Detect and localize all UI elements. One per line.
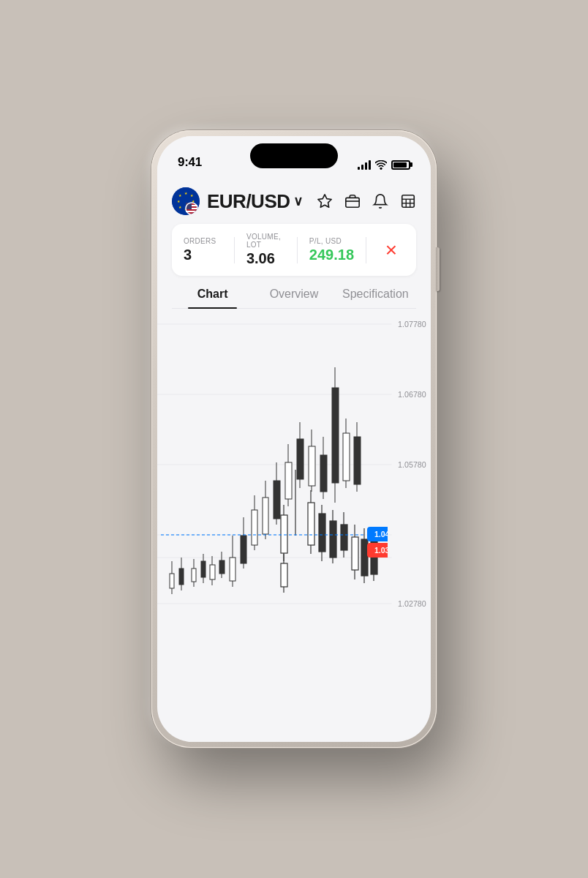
header: ★ ★ ★ ★ ★ ★ ★ ★ — [172, 176, 416, 224]
header-action-icons — [317, 193, 416, 209]
svg-rect-49 — [252, 510, 257, 545]
svg-rect-45 — [230, 558, 235, 581]
star-icon[interactable] — [317, 193, 333, 209]
svg-rect-35 — [179, 569, 184, 585]
status-time: 9:41 — [178, 155, 202, 170]
pl-stat: P/L, USD 249.18 — [309, 237, 354, 263]
chart-area: 1.07780 1.06780 1.05780 1.02780 — [157, 309, 431, 616]
svg-rect-57 — [297, 439, 304, 479]
orders-stat: ORDERS 3 — [184, 237, 222, 263]
tab-overview[interactable]: Overview — [253, 288, 334, 308]
phone-frame: 9:41 — [151, 130, 437, 748]
stat-divider-2 — [297, 237, 298, 263]
close-icon: × — [385, 240, 397, 260]
stat-divider-3 — [366, 237, 366, 263]
svg-rect-61 — [320, 455, 327, 492]
currency-pair-title: EUR/USD — [207, 190, 290, 213]
status-icons — [358, 160, 410, 170]
bell-icon[interactable] — [372, 193, 388, 209]
stats-bar: ORDERS 3 VOLUME, LOT 3.06 P/L, USD 249.1… — [172, 224, 416, 276]
currency-selector[interactable]: ★ ★ ★ ★ ★ ★ ★ ★ — [172, 187, 303, 215]
orders-label: ORDERS — [184, 237, 222, 245]
svg-rect-76 — [341, 525, 347, 550]
tab-specification[interactable]: Specification — [335, 288, 416, 308]
calculator-icon[interactable] — [400, 193, 416, 209]
svg-rect-39 — [201, 561, 206, 577]
dynamic-island — [250, 143, 338, 168]
pl-value: 249.18 — [309, 247, 354, 263]
svg-rect-72 — [319, 514, 325, 552]
volume-value: 3.06 — [246, 250, 285, 267]
tab-bar: Chart Overview Specification — [172, 276, 416, 309]
tab-chart[interactable]: Chart — [172, 288, 253, 308]
svg-rect-55 — [285, 462, 292, 499]
close-button[interactable]: × — [378, 237, 404, 263]
svg-rect-70 — [308, 503, 314, 545]
svg-text:1.07780: 1.07780 — [398, 320, 426, 329]
flag-icon: ★ ★ ★ ★ ★ ★ ★ ★ — [172, 187, 200, 215]
pl-label: P/L, USD — [309, 237, 354, 245]
stat-divider-1 — [234, 237, 235, 263]
svg-text:1.02780: 1.02780 — [398, 600, 426, 608]
svg-rect-51 — [263, 498, 268, 534]
svg-rect-33 — [170, 574, 174, 588]
wifi-icon — [375, 160, 387, 170]
battery-icon — [391, 160, 410, 170]
svg-text:1.06780: 1.06780 — [398, 391, 426, 399]
svg-rect-15 — [346, 198, 359, 207]
svg-text:1.05780: 1.05780 — [398, 461, 426, 469]
candle-group — [170, 367, 377, 594]
svg-rect-63 — [332, 388, 339, 483]
svg-rect-67 — [354, 437, 361, 484]
svg-rect-65 — [343, 433, 350, 481]
briefcase-icon[interactable] — [344, 193, 361, 209]
svg-text:1.03780: 1.03780 — [374, 546, 388, 555]
svg-rect-82 — [361, 539, 368, 576]
svg-rect-41 — [210, 565, 215, 579]
svg-rect-86 — [281, 563, 287, 587]
svg-rect-43 — [219, 560, 225, 574]
svg-text:1.04780: 1.04780 — [374, 530, 388, 539]
status-bar: 9:41 — [157, 136, 431, 176]
volume-label: VOLUME, LOT — [246, 233, 285, 249]
svg-rect-80 — [352, 537, 358, 570]
app-content: ★ ★ ★ ★ ★ ★ ★ ★ — [157, 176, 431, 616]
volume-stat: VOLUME, LOT 3.06 — [246, 233, 285, 267]
svg-rect-59 — [309, 446, 315, 486]
candlestick-chart: 1.04780 1.03780 — [161, 309, 388, 616]
svg-rect-47 — [241, 536, 246, 563]
orders-value: 3 — [184, 247, 222, 263]
svg-rect-37 — [192, 569, 196, 582]
phone-screen: 9:41 — [157, 136, 431, 742]
svg-rect-53 — [274, 481, 280, 519]
signal-icon — [358, 160, 371, 170]
svg-rect-78 — [281, 515, 287, 553]
svg-rect-74 — [330, 521, 336, 558]
svg-rect-17 — [402, 195, 415, 208]
chevron-down-icon: ∨ — [293, 193, 303, 209]
